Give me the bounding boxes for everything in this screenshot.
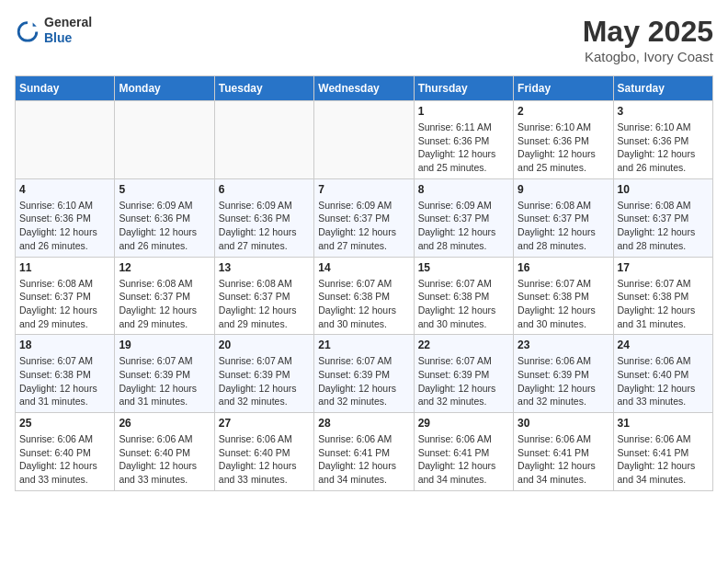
day-number: 24 (618, 339, 709, 351)
day-number: 17 (618, 261, 709, 274)
calendar-day-cell: 1Sunrise: 6:11 AMSunset: 6:36 PMDaylight… (414, 101, 513, 179)
day-info: Sunrise: 6:06 AMSunset: 6:40 PMDaylight:… (219, 432, 310, 487)
calendar-week-row: 25Sunrise: 6:06 AMSunset: 6:40 PMDayligh… (16, 413, 713, 491)
day-of-week-header: Thursday (414, 76, 513, 101)
day-of-week-header: Saturday (613, 76, 712, 101)
logo-text: General Blue (44, 15, 92, 46)
calendar-week-row: 4Sunrise: 6:10 AMSunset: 6:36 PMDaylight… (16, 178, 713, 257)
calendar-day-cell: 18Sunrise: 6:07 AMSunset: 6:38 PMDayligh… (16, 335, 115, 413)
day-number: 3 (618, 105, 709, 118)
day-info: Sunrise: 6:09 AMSunset: 6:37 PMDaylight:… (318, 199, 409, 253)
calendar-day-cell: 20Sunrise: 6:07 AMSunset: 6:39 PMDayligh… (214, 335, 313, 413)
calendar-day-cell: 27Sunrise: 6:06 AMSunset: 6:40 PMDayligh… (214, 413, 313, 491)
calendar-day-cell: 9Sunrise: 6:08 AMSunset: 6:37 PMDaylight… (514, 178, 613, 257)
day-info: Sunrise: 6:07 AMSunset: 6:39 PMDaylight:… (219, 354, 310, 408)
month-year-title: May 2025 (583, 15, 713, 49)
day-number: 9 (518, 183, 609, 196)
day-info: Sunrise: 6:07 AMSunset: 6:38 PMDaylight:… (618, 277, 709, 331)
day-info: Sunrise: 6:07 AMSunset: 6:39 PMDaylight:… (119, 354, 210, 408)
calendar-day-cell: 29Sunrise: 6:06 AMSunset: 6:41 PMDayligh… (414, 413, 513, 491)
day-info: Sunrise: 6:06 AMSunset: 6:40 PMDaylight:… (618, 354, 709, 408)
day-info: Sunrise: 6:10 AMSunset: 6:36 PMDaylight:… (19, 199, 110, 253)
day-number: 26 (119, 417, 210, 430)
calendar-header-row: SundayMondayTuesdayWednesdayThursdayFrid… (16, 76, 713, 101)
day-of-week-header: Sunday (16, 76, 115, 101)
day-number: 21 (318, 339, 409, 351)
day-number: 20 (219, 339, 310, 351)
day-number: 2 (518, 105, 609, 118)
calendar-day-cell: 13Sunrise: 6:08 AMSunset: 6:37 PMDayligh… (214, 257, 313, 335)
calendar-day-cell: 4Sunrise: 6:10 AMSunset: 6:36 PMDaylight… (16, 178, 115, 257)
calendar-day-cell: 23Sunrise: 6:06 AMSunset: 6:39 PMDayligh… (514, 335, 613, 413)
day-info: Sunrise: 6:07 AMSunset: 6:38 PMDaylight:… (318, 277, 409, 331)
calendar-day-cell: 22Sunrise: 6:07 AMSunset: 6:39 PMDayligh… (414, 335, 513, 413)
day-info: Sunrise: 6:06 AMSunset: 6:41 PMDaylight:… (518, 432, 609, 487)
day-number: 11 (19, 261, 110, 274)
day-number: 5 (119, 183, 210, 196)
calendar-day-cell (115, 101, 214, 179)
calendar-day-cell: 2Sunrise: 6:10 AMSunset: 6:36 PMDaylight… (514, 101, 613, 179)
calendar-day-cell: 26Sunrise: 6:06 AMSunset: 6:40 PMDayligh… (115, 413, 214, 491)
day-info: Sunrise: 6:07 AMSunset: 6:38 PMDaylight:… (518, 277, 609, 331)
day-info: Sunrise: 6:08 AMSunset: 6:37 PMDaylight:… (119, 277, 210, 331)
day-number: 14 (318, 261, 409, 274)
day-info: Sunrise: 6:06 AMSunset: 6:40 PMDaylight:… (19, 432, 110, 487)
day-info: Sunrise: 6:07 AMSunset: 6:38 PMDaylight:… (19, 354, 110, 408)
day-number: 23 (518, 339, 609, 351)
day-number: 13 (219, 261, 310, 274)
day-number: 19 (119, 339, 210, 351)
day-info: Sunrise: 6:06 AMSunset: 6:39 PMDaylight:… (518, 354, 609, 408)
day-of-week-header: Monday (115, 76, 214, 101)
calendar-week-row: 18Sunrise: 6:07 AMSunset: 6:38 PMDayligh… (16, 335, 713, 413)
calendar-day-cell: 31Sunrise: 6:06 AMSunset: 6:41 PMDayligh… (613, 413, 712, 491)
calendar-day-cell (16, 101, 115, 179)
calendar-table: SundayMondayTuesdayWednesdayThursdayFrid… (15, 75, 713, 491)
calendar-day-cell: 8Sunrise: 6:09 AMSunset: 6:37 PMDaylight… (414, 178, 513, 257)
day-of-week-header: Tuesday (214, 76, 313, 101)
day-info: Sunrise: 6:08 AMSunset: 6:37 PMDaylight:… (219, 277, 310, 331)
calendar-day-cell: 28Sunrise: 6:06 AMSunset: 6:41 PMDayligh… (314, 413, 414, 491)
day-number: 8 (418, 183, 509, 196)
day-info: Sunrise: 6:06 AMSunset: 6:40 PMDaylight:… (119, 432, 210, 487)
day-info: Sunrise: 6:07 AMSunset: 6:39 PMDaylight:… (318, 354, 409, 408)
day-number: 18 (19, 339, 110, 351)
calendar-week-row: 1Sunrise: 6:11 AMSunset: 6:36 PMDaylight… (16, 101, 713, 179)
day-info: Sunrise: 6:09 AMSunset: 6:36 PMDaylight:… (219, 199, 310, 253)
day-info: Sunrise: 6:06 AMSunset: 6:41 PMDaylight:… (418, 432, 509, 487)
calendar-day-cell: 19Sunrise: 6:07 AMSunset: 6:39 PMDayligh… (115, 335, 214, 413)
calendar-day-cell: 15Sunrise: 6:07 AMSunset: 6:38 PMDayligh… (414, 257, 513, 335)
title-block: May 2025 Katogbo, Ivory Coast (583, 15, 713, 64)
day-of-week-header: Wednesday (314, 76, 414, 101)
day-of-week-header: Friday (514, 76, 613, 101)
day-number: 10 (618, 183, 709, 196)
logo: General Blue (15, 15, 92, 46)
calendar-day-cell: 3Sunrise: 6:10 AMSunset: 6:36 PMDaylight… (613, 101, 712, 179)
calendar-day-cell: 16Sunrise: 6:07 AMSunset: 6:38 PMDayligh… (514, 257, 613, 335)
day-info: Sunrise: 6:10 AMSunset: 6:36 PMDaylight:… (518, 121, 609, 175)
calendar-day-cell: 7Sunrise: 6:09 AMSunset: 6:37 PMDaylight… (314, 178, 414, 257)
calendar-day-cell: 10Sunrise: 6:08 AMSunset: 6:37 PMDayligh… (613, 178, 712, 257)
calendar-day-cell: 14Sunrise: 6:07 AMSunset: 6:38 PMDayligh… (314, 257, 414, 335)
day-number: 15 (418, 261, 509, 274)
calendar-day-cell: 12Sunrise: 6:08 AMSunset: 6:37 PMDayligh… (115, 257, 214, 335)
logo-general-text: General (44, 15, 92, 30)
day-info: Sunrise: 6:08 AMSunset: 6:37 PMDaylight:… (19, 277, 110, 331)
calendar-day-cell: 21Sunrise: 6:07 AMSunset: 6:39 PMDayligh… (314, 335, 414, 413)
day-info: Sunrise: 6:10 AMSunset: 6:36 PMDaylight:… (618, 121, 709, 175)
day-number: 28 (318, 417, 409, 430)
calendar-day-cell (314, 101, 414, 179)
calendar-day-cell: 30Sunrise: 6:06 AMSunset: 6:41 PMDayligh… (514, 413, 613, 491)
day-number: 12 (119, 261, 210, 274)
day-number: 25 (19, 417, 110, 430)
day-info: Sunrise: 6:06 AMSunset: 6:41 PMDaylight:… (318, 432, 409, 487)
day-number: 7 (318, 183, 409, 196)
day-info: Sunrise: 6:08 AMSunset: 6:37 PMDaylight:… (518, 199, 609, 253)
logo-icon (15, 17, 40, 43)
calendar-day-cell: 17Sunrise: 6:07 AMSunset: 6:38 PMDayligh… (613, 257, 712, 335)
calendar-day-cell: 5Sunrise: 6:09 AMSunset: 6:36 PMDaylight… (115, 178, 214, 257)
day-info: Sunrise: 6:09 AMSunset: 6:36 PMDaylight:… (119, 199, 210, 253)
day-number: 22 (418, 339, 509, 351)
day-number: 1 (418, 105, 509, 118)
day-number: 16 (518, 261, 609, 274)
day-info: Sunrise: 6:11 AMSunset: 6:36 PMDaylight:… (418, 121, 509, 175)
